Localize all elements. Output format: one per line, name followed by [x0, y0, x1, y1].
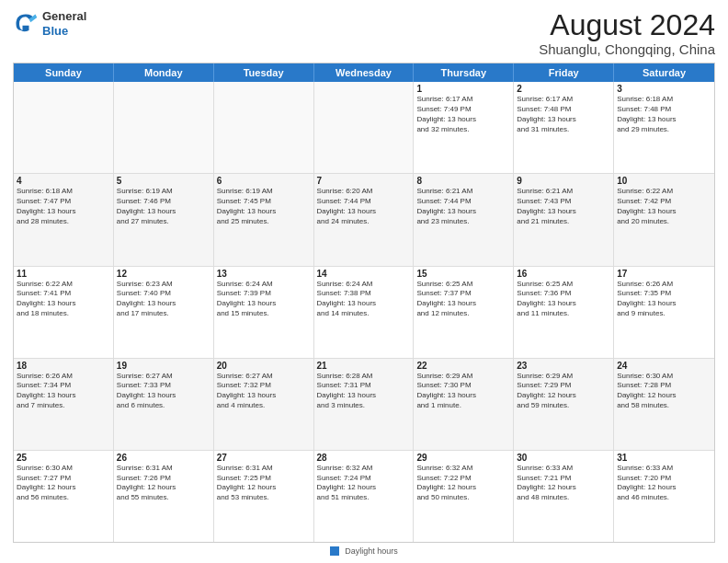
- day-number: 25: [17, 453, 110, 463]
- calendar-cell: 3Sunrise: 6:18 AM Sunset: 7:48 PM Daylig…: [614, 82, 714, 173]
- day-number: 4: [17, 176, 110, 186]
- day-number: 12: [117, 269, 210, 279]
- day-info: Sunrise: 6:18 AM Sunset: 7:48 PM Dayligh…: [617, 95, 711, 134]
- day-info: Sunrise: 6:25 AM Sunset: 7:37 PM Dayligh…: [416, 280, 510, 319]
- day-info: Sunrise: 6:26 AM Sunset: 7:34 PM Dayligh…: [17, 372, 110, 411]
- logo: General Blue: [13, 9, 86, 38]
- header: General Blue August 2024 Shuanglu, Chong…: [13, 9, 715, 57]
- calendar-header-cell: Thursday: [414, 63, 514, 82]
- calendar-header-row: SundayMondayTuesdayWednesdayThursdayFrid…: [14, 63, 714, 82]
- calendar-cell: 9Sunrise: 6:21 AM Sunset: 7:43 PM Daylig…: [514, 174, 614, 265]
- calendar-cell: 28Sunrise: 6:32 AM Sunset: 7:24 PM Dayli…: [314, 451, 415, 542]
- calendar-header-cell: Tuesday: [214, 63, 314, 82]
- calendar-cell: 1Sunrise: 6:17 AM Sunset: 7:49 PM Daylig…: [414, 82, 514, 173]
- day-number: 23: [517, 361, 610, 371]
- calendar-cell: 18Sunrise: 6:26 AM Sunset: 7:34 PM Dayli…: [14, 359, 114, 450]
- day-number: 2: [517, 84, 610, 94]
- day-number: 28: [317, 453, 411, 463]
- day-info: Sunrise: 6:22 AM Sunset: 7:42 PM Dayligh…: [617, 187, 711, 226]
- day-info: Sunrise: 6:20 AM Sunset: 7:44 PM Dayligh…: [317, 187, 411, 226]
- calendar-cell: [314, 82, 415, 173]
- calendar-body: 1Sunrise: 6:17 AM Sunset: 7:49 PM Daylig…: [14, 82, 714, 542]
- calendar-cell: 6Sunrise: 6:19 AM Sunset: 7:45 PM Daylig…: [214, 174, 314, 265]
- calendar-cell: 14Sunrise: 6:24 AM Sunset: 7:38 PM Dayli…: [314, 267, 415, 358]
- day-number: 19: [117, 361, 210, 371]
- day-number: 18: [17, 361, 110, 371]
- day-number: 21: [317, 361, 411, 371]
- day-info: Sunrise: 6:33 AM Sunset: 7:20 PM Dayligh…: [617, 464, 711, 503]
- day-info: Sunrise: 6:27 AM Sunset: 7:32 PM Dayligh…: [217, 372, 311, 411]
- calendar-cell: 16Sunrise: 6:25 AM Sunset: 7:36 PM Dayli…: [514, 267, 614, 358]
- calendar-header-cell: Friday: [514, 63, 614, 82]
- day-info: Sunrise: 6:24 AM Sunset: 7:38 PM Dayligh…: [317, 280, 411, 319]
- day-info: Sunrise: 6:21 AM Sunset: 7:44 PM Dayligh…: [416, 187, 510, 226]
- footer: Daylight hours: [13, 543, 715, 557]
- calendar-cell: [114, 82, 214, 173]
- calendar-cell: 25Sunrise: 6:30 AM Sunset: 7:27 PM Dayli…: [14, 451, 114, 542]
- day-info: Sunrise: 6:30 AM Sunset: 7:28 PM Dayligh…: [617, 372, 711, 411]
- day-number: 9: [517, 176, 610, 186]
- calendar-cell: 20Sunrise: 6:27 AM Sunset: 7:32 PM Dayli…: [214, 359, 314, 450]
- calendar-cell: [214, 82, 314, 173]
- calendar-cell: 19Sunrise: 6:27 AM Sunset: 7:33 PM Dayli…: [114, 359, 214, 450]
- day-info: Sunrise: 6:30 AM Sunset: 7:27 PM Dayligh…: [17, 464, 110, 503]
- daylight-legend-icon: [330, 546, 339, 556]
- logo-icon: [13, 11, 39, 37]
- calendar-cell: 4Sunrise: 6:18 AM Sunset: 7:47 PM Daylig…: [14, 174, 114, 265]
- day-number: 11: [17, 269, 110, 279]
- day-number: 16: [517, 269, 610, 279]
- day-info: Sunrise: 6:32 AM Sunset: 7:24 PM Dayligh…: [317, 464, 411, 503]
- day-number: 1: [416, 84, 510, 94]
- day-info: Sunrise: 6:24 AM Sunset: 7:39 PM Dayligh…: [217, 280, 311, 319]
- day-info: Sunrise: 6:28 AM Sunset: 7:31 PM Dayligh…: [317, 372, 411, 411]
- day-number: 15: [416, 269, 510, 279]
- day-number: 8: [416, 176, 510, 186]
- page: General Blue August 2024 Shuanglu, Chong…: [0, 0, 728, 563]
- calendar-cell: 2Sunrise: 6:17 AM Sunset: 7:48 PM Daylig…: [514, 82, 614, 173]
- day-number: 24: [617, 361, 711, 371]
- calendar-week: 4Sunrise: 6:18 AM Sunset: 7:47 PM Daylig…: [14, 174, 714, 266]
- day-number: 3: [617, 84, 711, 94]
- day-info: Sunrise: 6:32 AM Sunset: 7:22 PM Dayligh…: [416, 464, 510, 503]
- calendar-header-cell: Saturday: [614, 63, 714, 82]
- title-block: August 2024 Shuanglu, Chongqing, China: [539, 9, 715, 57]
- day-number: 22: [416, 361, 510, 371]
- day-info: Sunrise: 6:23 AM Sunset: 7:40 PM Dayligh…: [117, 280, 210, 319]
- calendar-cell: 29Sunrise: 6:32 AM Sunset: 7:22 PM Dayli…: [414, 451, 514, 542]
- calendar-header-cell: Sunday: [14, 63, 114, 82]
- calendar-cell: [14, 82, 114, 173]
- calendar-cell: 30Sunrise: 6:33 AM Sunset: 7:21 PM Dayli…: [514, 451, 614, 542]
- day-info: Sunrise: 6:31 AM Sunset: 7:26 PM Dayligh…: [117, 464, 210, 503]
- day-info: Sunrise: 6:17 AM Sunset: 7:49 PM Dayligh…: [416, 95, 510, 134]
- day-number: 29: [416, 453, 510, 463]
- day-info: Sunrise: 6:19 AM Sunset: 7:46 PM Dayligh…: [117, 187, 210, 226]
- calendar-week: 18Sunrise: 6:26 AM Sunset: 7:34 PM Dayli…: [14, 359, 714, 451]
- day-info: Sunrise: 6:22 AM Sunset: 7:41 PM Dayligh…: [17, 280, 110, 319]
- daylight-legend-label: Daylight hours: [345, 546, 398, 556]
- day-number: 13: [217, 269, 311, 279]
- calendar-cell: 17Sunrise: 6:26 AM Sunset: 7:35 PM Dayli…: [614, 267, 714, 358]
- day-number: 31: [617, 453, 711, 463]
- day-info: Sunrise: 6:25 AM Sunset: 7:36 PM Dayligh…: [517, 280, 610, 319]
- calendar: SundayMondayTuesdayWednesdayThursdayFrid…: [13, 63, 715, 543]
- calendar-subtitle: Shuanglu, Chongqing, China: [539, 41, 715, 57]
- calendar-week: 1Sunrise: 6:17 AM Sunset: 7:49 PM Daylig…: [14, 82, 714, 174]
- calendar-cell: 5Sunrise: 6:19 AM Sunset: 7:46 PM Daylig…: [114, 174, 214, 265]
- calendar-cell: 13Sunrise: 6:24 AM Sunset: 7:39 PM Dayli…: [214, 267, 314, 358]
- calendar-cell: 8Sunrise: 6:21 AM Sunset: 7:44 PM Daylig…: [414, 174, 514, 265]
- calendar-cell: 22Sunrise: 6:29 AM Sunset: 7:30 PM Dayli…: [414, 359, 514, 450]
- day-info: Sunrise: 6:27 AM Sunset: 7:33 PM Dayligh…: [117, 372, 210, 411]
- logo-general: General: [42, 9, 86, 24]
- day-info: Sunrise: 6:26 AM Sunset: 7:35 PM Dayligh…: [617, 280, 711, 319]
- calendar-cell: 7Sunrise: 6:20 AM Sunset: 7:44 PM Daylig…: [314, 174, 415, 265]
- day-info: Sunrise: 6:33 AM Sunset: 7:21 PM Dayligh…: [517, 464, 610, 503]
- calendar-cell: 26Sunrise: 6:31 AM Sunset: 7:26 PM Dayli…: [114, 451, 214, 542]
- day-info: Sunrise: 6:19 AM Sunset: 7:45 PM Dayligh…: [217, 187, 311, 226]
- day-info: Sunrise: 6:29 AM Sunset: 7:30 PM Dayligh…: [416, 372, 510, 411]
- calendar-cell: 23Sunrise: 6:29 AM Sunset: 7:29 PM Dayli…: [514, 359, 614, 450]
- day-info: Sunrise: 6:29 AM Sunset: 7:29 PM Dayligh…: [517, 372, 610, 411]
- day-info: Sunrise: 6:17 AM Sunset: 7:48 PM Dayligh…: [517, 95, 610, 134]
- day-number: 10: [617, 176, 711, 186]
- calendar-week: 11Sunrise: 6:22 AM Sunset: 7:41 PM Dayli…: [14, 267, 714, 359]
- calendar-header-cell: Wednesday: [314, 63, 415, 82]
